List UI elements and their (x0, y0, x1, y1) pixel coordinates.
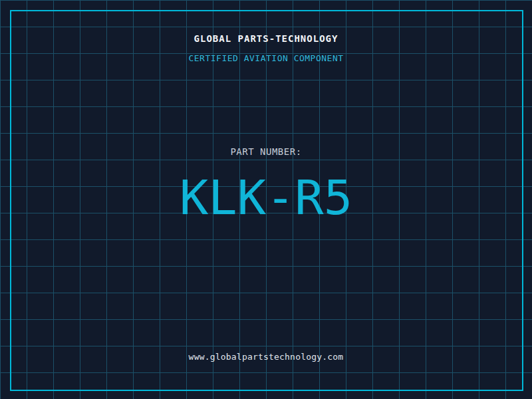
part-number-value: KLK-R5 (0, 174, 532, 221)
certification-tagline: CERTIFIED AVIATION COMPONENT (0, 54, 532, 63)
company-name: GLOBAL PARTS-TECHNOLOGY (0, 34, 532, 43)
part-number-label: PART NUMBER: (0, 147, 532, 156)
website-url: www.globalpartstechnology.com (0, 352, 532, 361)
